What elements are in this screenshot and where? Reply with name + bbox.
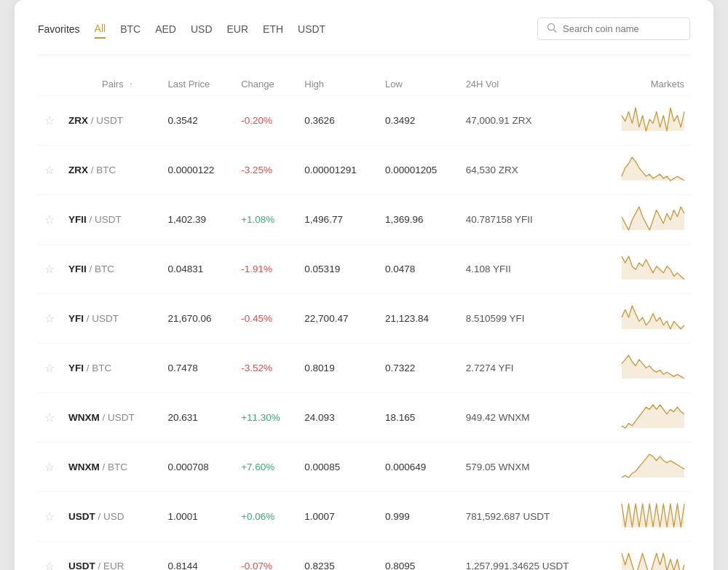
table-row: ☆ZRX / USDT0.3542-0.20%0.36260.349247,00… xyxy=(38,96,690,146)
nav-item-eth[interactable]: ETH xyxy=(263,20,283,38)
change-cell: -3.52% xyxy=(237,344,300,393)
pair-quote: / USDT xyxy=(87,214,122,225)
high-cell: 22,700.47 xyxy=(300,294,381,344)
pair-base: YFII xyxy=(68,264,87,274)
low-cell: 0.7322 xyxy=(381,344,462,393)
search-input[interactable] xyxy=(563,23,681,34)
svg-line-1 xyxy=(554,30,557,33)
star-icon[interactable]: ☆ xyxy=(44,263,55,275)
high-cell: 1,496.77 xyxy=(300,195,381,245)
star-icon[interactable]: ☆ xyxy=(44,510,55,523)
col-change: Change xyxy=(237,73,300,96)
sparkline-chart xyxy=(610,294,690,344)
pair-base: YFI xyxy=(68,313,84,324)
vol-cell: 1,257,991.34625 USDT xyxy=(462,542,610,571)
pair-quote: / USD xyxy=(95,511,124,522)
table-row: ☆YFII / USDT1,402.39+1.08%1,496.771,369.… xyxy=(38,195,690,245)
header: Favorites AllBTCAEDUSDEURETHUSDT xyxy=(38,17,690,55)
nav-item-aed[interactable]: AED xyxy=(155,20,176,38)
star-icon[interactable]: ☆ xyxy=(44,114,55,127)
pair-base: WNXM xyxy=(68,462,100,472)
table-row: ☆YFI / USDT21,670.06-0.45%22,700.4721,12… xyxy=(38,294,690,344)
table-row: ☆WNXM / USDT20.631+11.30%24.09318.165949… xyxy=(38,393,690,443)
favorite-star[interactable]: ☆ xyxy=(38,443,64,492)
favorite-star[interactable]: ☆ xyxy=(38,492,64,542)
table-wrap: Pairs ↑ Last Price Change High Low 24H V… xyxy=(38,73,690,570)
table-row: ☆ZRX / BTC0.0000122-3.25%0.000012910.000… xyxy=(38,146,690,195)
sparkline-chart xyxy=(610,393,690,443)
nav-item-eur[interactable]: EUR xyxy=(227,20,249,38)
table-header-row: Pairs ↑ Last Price Change High Low 24H V… xyxy=(38,73,690,96)
change-cell: -1.91% xyxy=(237,245,300,294)
pair-cell[interactable]: YFII / BTC xyxy=(64,245,163,294)
star-icon[interactable]: ☆ xyxy=(44,312,55,325)
pair-cell[interactable]: WNXM / BTC xyxy=(64,443,163,492)
favorite-star[interactable]: ☆ xyxy=(38,245,64,294)
favorite-star[interactable]: ☆ xyxy=(38,542,64,571)
vol-cell: 949.42 WNXM xyxy=(462,393,610,443)
change-cell: +0.06% xyxy=(237,492,300,542)
pair-cell[interactable]: ZRX / USDT xyxy=(64,96,163,146)
star-icon[interactable]: ☆ xyxy=(44,164,55,176)
pair-base: WNXM xyxy=(68,412,100,423)
pair-base: ZRX xyxy=(68,115,88,126)
pair-quote: / BTC xyxy=(84,363,111,373)
pair-cell[interactable]: USDT / EUR xyxy=(64,542,163,571)
pair-base: USDT xyxy=(68,561,95,570)
sparkline-chart xyxy=(610,195,690,245)
pair-cell[interactable]: ZRX / BTC xyxy=(64,146,163,195)
favorite-star[interactable]: ☆ xyxy=(38,393,64,443)
nav-item-all[interactable]: All xyxy=(95,20,106,39)
table-row: ☆YFII / BTC0.04831-1.91%0.053190.04784.1… xyxy=(38,245,690,294)
pair-quote: / BTC xyxy=(100,462,127,472)
table-row: ☆USDT / EUR0.8144-0.07%0.82350.80951,257… xyxy=(38,542,690,571)
favorite-star[interactable]: ☆ xyxy=(38,344,64,393)
svg-marker-10 xyxy=(622,504,684,527)
search-box[interactable] xyxy=(537,17,690,40)
nav-item-usdt[interactable]: USDT xyxy=(298,20,325,38)
pair-cell[interactable]: YFI / BTC xyxy=(64,344,163,393)
col-high: High xyxy=(300,73,381,96)
nav-item-usd[interactable]: USD xyxy=(191,20,213,38)
change-cell: +7.60% xyxy=(237,443,300,492)
change-cell: +11.30% xyxy=(237,393,300,443)
sparkline-chart xyxy=(610,96,690,146)
change-cell: -0.07% xyxy=(237,542,300,571)
last-price-cell: 0.0000122 xyxy=(163,146,237,195)
last-price-cell: 0.7478 xyxy=(163,344,237,393)
header-left: Favorites AllBTCAEDUSDEURETHUSDT xyxy=(38,20,517,39)
favorite-star[interactable]: ☆ xyxy=(38,195,64,245)
pair-cell[interactable]: WNXM / USDT xyxy=(64,393,163,443)
star-icon[interactable]: ☆ xyxy=(44,213,55,226)
star-icon[interactable]: ☆ xyxy=(44,560,55,570)
col-pairs: Pairs ↑ xyxy=(64,73,163,96)
pair-base: USDT xyxy=(68,511,95,522)
table-row: ☆YFI / BTC0.7478-3.52%0.80190.73222.7274… xyxy=(38,344,690,393)
low-cell: 0.999 xyxy=(381,492,462,542)
low-cell: 1,369.96 xyxy=(381,195,462,245)
pair-quote: / USDT xyxy=(88,115,123,126)
pair-cell[interactable]: YFI / USDT xyxy=(64,294,163,344)
high-cell: 0.8019 xyxy=(300,344,381,393)
last-price-cell: 1.0001 xyxy=(163,492,237,542)
star-icon[interactable]: ☆ xyxy=(44,362,55,374)
vol-cell: 8.510599 YFI xyxy=(462,294,610,344)
pair-cell[interactable]: YFII / USDT xyxy=(64,195,163,245)
star-icon[interactable]: ☆ xyxy=(44,461,55,473)
low-cell: 0.00001205 xyxy=(381,146,462,195)
nav-item-btc[interactable]: BTC xyxy=(120,20,141,38)
change-cell: -0.45% xyxy=(237,294,300,344)
pair-quote: / USDT xyxy=(100,412,135,423)
table-row: ☆USDT / USD1.0001+0.06%1.00070.999781,59… xyxy=(38,492,690,542)
pair-cell[interactable]: USDT / USD xyxy=(64,492,163,542)
col-markets: Markets xyxy=(610,73,690,96)
favorite-star[interactable]: ☆ xyxy=(38,96,64,146)
sparkline-chart xyxy=(610,542,690,571)
favorite-star[interactable]: ☆ xyxy=(38,146,64,195)
star-icon[interactable]: ☆ xyxy=(44,411,55,424)
last-price-cell: 0.000708 xyxy=(163,443,237,492)
favorite-star[interactable]: ☆ xyxy=(38,294,64,344)
pair-quote: / BTC xyxy=(88,165,116,175)
vol-cell: 64,530 ZRX xyxy=(462,146,610,195)
pair-base: YFI xyxy=(68,363,84,373)
